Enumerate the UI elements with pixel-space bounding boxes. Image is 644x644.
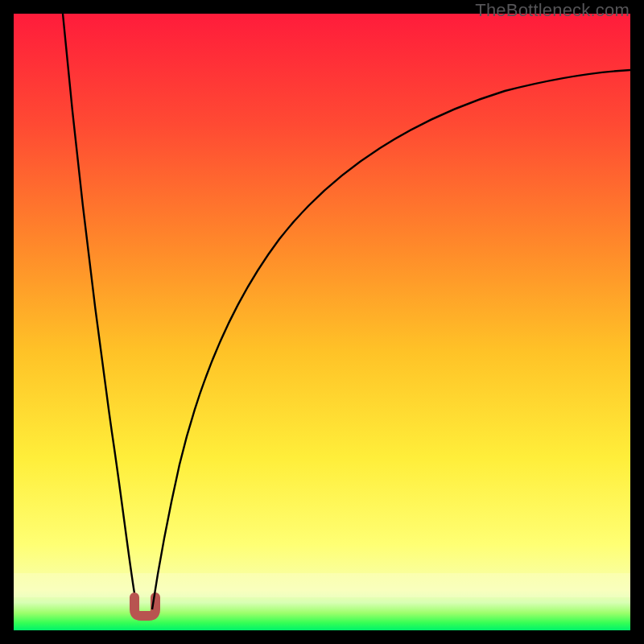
plot-viewport bbox=[14, 14, 630, 630]
bottleneck-chart bbox=[14, 14, 630, 630]
watermark-label: TheBottleneck.com bbox=[475, 0, 630, 21]
heatmap-background bbox=[14, 14, 630, 630]
highlight-band bbox=[14, 573, 630, 597]
outer-frame: TheBottleneck.com bbox=[0, 0, 644, 644]
